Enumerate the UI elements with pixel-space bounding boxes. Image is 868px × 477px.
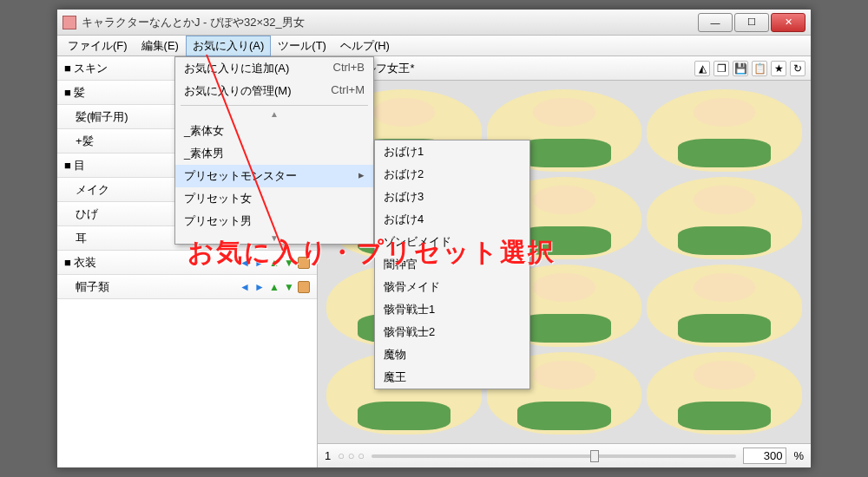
sprite-cell (647, 177, 802, 259)
annotation-text: お気に入り・プリセット選択 (187, 235, 556, 271)
minimize-button[interactable]: — (698, 13, 733, 32)
sprite-cell (647, 89, 802, 172)
slider-thumb[interactable] (590, 450, 599, 462)
page-indicator: 1 (325, 449, 331, 462)
maximize-button[interactable]: ☐ (734, 13, 769, 32)
preset-item[interactable]: プリセット女 (175, 187, 373, 210)
next-icon[interactable]: ► (253, 281, 266, 293)
page-dots: ○ ○ ○ (338, 449, 365, 462)
submenu-arrow-icon: ▸ (358, 168, 365, 184)
up-icon[interactable]: ▲ (268, 281, 280, 293)
sprite-cell (647, 352, 802, 435)
copy-icon[interactable] (298, 281, 310, 293)
refresh-icon[interactable]: ↻ (790, 61, 806, 76)
flip-icon[interactable]: ◭ (694, 61, 710, 76)
preset-item[interactable]: _素体女 (175, 120, 373, 142)
monster-item[interactable]: 魔王 (375, 366, 529, 389)
menu-tools[interactable]: ツール(T) (271, 36, 333, 56)
monster-item[interactable]: 魔物 (375, 343, 529, 366)
paste-icon[interactable]: 📋 (752, 61, 767, 76)
menu-edit[interactable]: 編集(E) (135, 36, 186, 56)
menu-separator (181, 105, 368, 106)
menu-help[interactable]: ヘルプ(H) (333, 36, 397, 56)
zoom-value[interactable]: 300 (743, 448, 786, 464)
menu-file[interactable]: ファイル(F) (61, 36, 135, 56)
titlebar: キャラクターなんとかJ - ぴぽや32×32_男女 — ☐ ✕ (57, 10, 811, 36)
preset-item[interactable]: プリセットモンスター▸ (175, 165, 373, 187)
monster-item[interactable]: おばけ3 (375, 186, 529, 208)
down-icon[interactable]: ▼ (283, 281, 295, 293)
monster-item[interactable]: 骸骨戦士1 (375, 298, 529, 321)
preset-item[interactable]: _素体男 (175, 142, 373, 165)
close-button[interactable]: ✕ (771, 13, 806, 32)
zoom-slider[interactable] (372, 454, 736, 458)
scroll-up-icon[interactable]: ▲ (175, 108, 373, 120)
sprite-cell (647, 265, 802, 347)
fav-add[interactable]: お気に入りに追加(A) Ctrl+B (175, 57, 373, 80)
save-icon[interactable]: 💾 (733, 61, 748, 76)
zoom-unit: % (793, 449, 804, 462)
menubar: ファイル(F) 編集(E) お気に入り(A) ツール(T) ヘルプ(H) (57, 36, 811, 56)
preset-item[interactable]: プリセット男 (175, 210, 373, 232)
category-row[interactable]: 帽子類◄►▲▼ (57, 275, 317, 299)
prev-icon[interactable]: ◄ (239, 281, 251, 293)
monster-item[interactable]: 骸骨戦士2 (375, 321, 529, 343)
monster-item[interactable]: おばけ2 (375, 163, 529, 186)
app-icon (62, 16, 76, 29)
window-controls: — ☐ ✕ (696, 13, 806, 32)
star-icon[interactable]: ★ (771, 61, 786, 76)
fav-manage[interactable]: お気に入りの管理(M) Ctrl+M (175, 80, 373, 102)
monster-item[interactable]: 骸骨メイド (375, 276, 529, 298)
app-window: キャラクターなんとかJ - ぴぽや32×32_男女 — ☐ ✕ ファイル(F) … (56, 9, 812, 468)
copy-icon[interactable]: ❐ (713, 61, 729, 76)
favorites-dropdown: お気に入りに追加(A) Ctrl+B お気に入りの管理(M) Ctrl+M ▲ … (174, 56, 374, 245)
window-title: キャラクターなんとかJ - ぴぽや32×32_男女 (82, 15, 696, 30)
menu-favorites[interactable]: お気に入り(A) (186, 36, 271, 56)
category-label: 帽子類 (64, 279, 239, 295)
monster-item[interactable]: おばけ1 (375, 140, 529, 163)
monster-item[interactable]: おばけ4 (375, 208, 529, 231)
zoom-bar: 1 ○ ○ ○ 300 % (318, 443, 811, 467)
preview-toolbar: ト女|エルフ女王* ◭❐💾📋★↻ (318, 56, 811, 81)
